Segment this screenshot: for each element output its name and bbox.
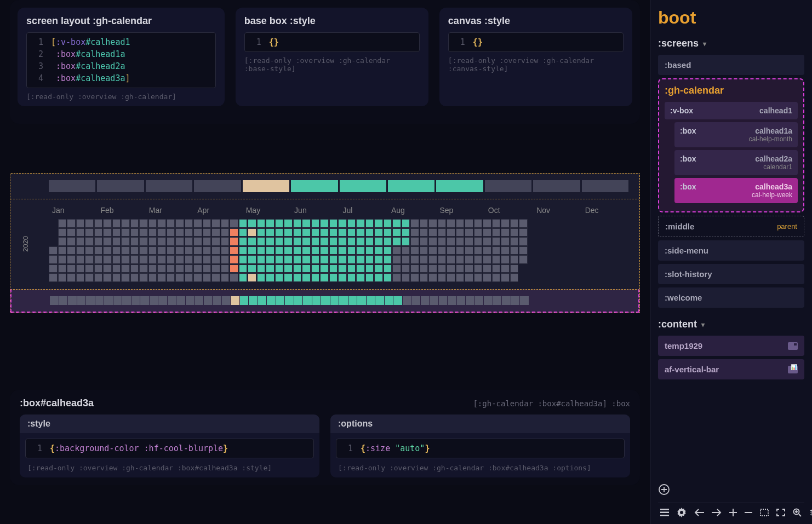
year-label: 2020	[21, 236, 30, 252]
screen-item-based[interactable]: :based	[658, 55, 804, 75]
panel-meta: [:read-only :overview :gh-calendar :box#…	[20, 464, 319, 477]
calhead2a-preview[interactable]: 2020 JanFebMarAprMayJunJulAugSepOctNovDe…	[10, 199, 639, 289]
code-editor-options[interactable]: 1{:size "auto"}	[336, 439, 625, 458]
detail-breadcrumb: [:gh-calendar :box#calhead3a] :box	[473, 399, 630, 408]
add-button[interactable]	[658, 480, 804, 503]
chart-icon	[788, 366, 798, 373]
month-label: Jul	[340, 206, 386, 215]
svg-rect-2	[660, 512, 669, 514]
forward-icon[interactable]	[712, 508, 722, 517]
panel-meta: [:read-only :overview :gh-calendar :canv…	[448, 56, 624, 73]
month-label: Jan	[49, 206, 95, 215]
screen-item-side-menu[interactable]: :side-menu	[658, 240, 804, 261]
panel-title: base box :style	[244, 15, 420, 27]
panel-title: canvas :style	[448, 15, 624, 27]
month-label: Jun	[291, 206, 338, 215]
screen-group-gh-calendar: :gh-calendar :v-boxcalhead1:boxcalhead1a…	[658, 78, 804, 212]
sidebar: boot :screens ▾ :based :gh-calendar :v-b…	[650, 0, 812, 524]
code-editor-style[interactable]: 1{:background-color :hf-cool-blurple}	[25, 439, 314, 458]
content-section-toggle[interactable]: :content ▾	[658, 319, 804, 330]
panel-title: :style	[20, 414, 319, 433]
parent-tag: parent	[777, 222, 797, 231]
tree-item[interactable]: :boxcalhead2acalendar1	[674, 150, 798, 175]
plus-icon[interactable]	[729, 508, 737, 517]
style-panel: :style 1{:background-color :hf-cool-blur…	[20, 414, 319, 477]
select-icon[interactable]	[760, 508, 769, 517]
month-label: May	[243, 206, 289, 215]
panel-meta: [:read-only :overview :gh-calendar :base…	[244, 56, 420, 73]
panel-screen-layout: screen layout :gh-calendar 1[:v-box#calh…	[18, 8, 225, 106]
month-label: Feb	[97, 206, 144, 215]
chevron-down-icon: ▾	[701, 321, 705, 329]
screen-item-middle[interactable]: :middle parent	[658, 216, 804, 237]
detail-title: :box#calhead3a	[20, 398, 94, 409]
minus-icon[interactable]	[745, 508, 752, 517]
svg-rect-1	[660, 509, 669, 510]
content-item[interactable]: af-vertical-bar	[658, 359, 804, 379]
content-item[interactable]: temp1929	[658, 336, 804, 356]
month-label: Aug	[388, 206, 434, 215]
panel-title: :options	[330, 414, 630, 433]
chevron-down-icon: ▾	[703, 40, 706, 48]
panel-meta: [:read-only :overview :gh-calendar :box#…	[330, 464, 630, 477]
layers-icon[interactable]	[809, 508, 812, 517]
screens-section-toggle[interactable]: :screens ▾	[658, 38, 804, 49]
tree-item[interactable]: :boxcalhead1acal-help-month	[674, 122, 798, 147]
screen-item-welcome[interactable]: :welcome	[658, 287, 804, 308]
panel-title: screen layout :gh-calendar	[26, 15, 216, 27]
tree-item[interactable]: :v-boxcalhead1	[665, 102, 798, 119]
gear-icon[interactable]	[677, 508, 687, 517]
panel-icon	[788, 342, 798, 350]
app-title: boot	[658, 8, 804, 28]
code-editor-canvas[interactable]: 1{}	[448, 32, 624, 52]
zoom-icon[interactable]	[793, 508, 802, 517]
month-label: Sep	[436, 206, 483, 215]
fullscreen-icon[interactable]	[776, 508, 785, 517]
toolbar	[658, 503, 804, 524]
month-label: Apr	[194, 206, 241, 215]
tree-item[interactable]: :boxcalhead3acal-help-week	[674, 178, 798, 203]
code-editor-layout[interactable]: 1[:v-box#calhead1 2 :box#calhead1a 3 :bo…	[26, 32, 216, 88]
svg-rect-3	[660, 515, 669, 516]
panel-meta: [:read-only :overview :gh-calendar]	[26, 93, 216, 101]
calendar-preview: 2020 JanFebMarAprMayJunJulAugSepOctNovDe…	[10, 173, 640, 313]
svg-rect-4	[760, 509, 768, 516]
screen-item-slot-history[interactable]: :slot-history	[658, 264, 804, 284]
month-label: Nov	[533, 206, 580, 215]
panel-base-style: base box :style 1{} [:read-only :overvie…	[236, 8, 428, 106]
code-editor-base[interactable]: 1{}	[244, 32, 420, 52]
screen-group-title[interactable]: :gh-calendar	[665, 85, 798, 96]
options-panel: :options 1{:size "auto"} [:read-only :ov…	[330, 414, 630, 477]
panel-canvas-style: canvas :style 1{} [:read-only :overview …	[439, 8, 632, 106]
detail-panel: :box#calhead3a [:gh-calendar :box#calhea…	[10, 390, 640, 485]
calhead3a-preview[interactable]	[10, 289, 639, 313]
back-icon[interactable]	[694, 508, 704, 517]
month-label: Mar	[146, 206, 192, 215]
menu-icon[interactable]	[660, 508, 669, 517]
month-label: Oct	[485, 206, 531, 215]
calhead1a-preview[interactable]	[10, 174, 639, 199]
month-label: Dec	[582, 206, 628, 215]
